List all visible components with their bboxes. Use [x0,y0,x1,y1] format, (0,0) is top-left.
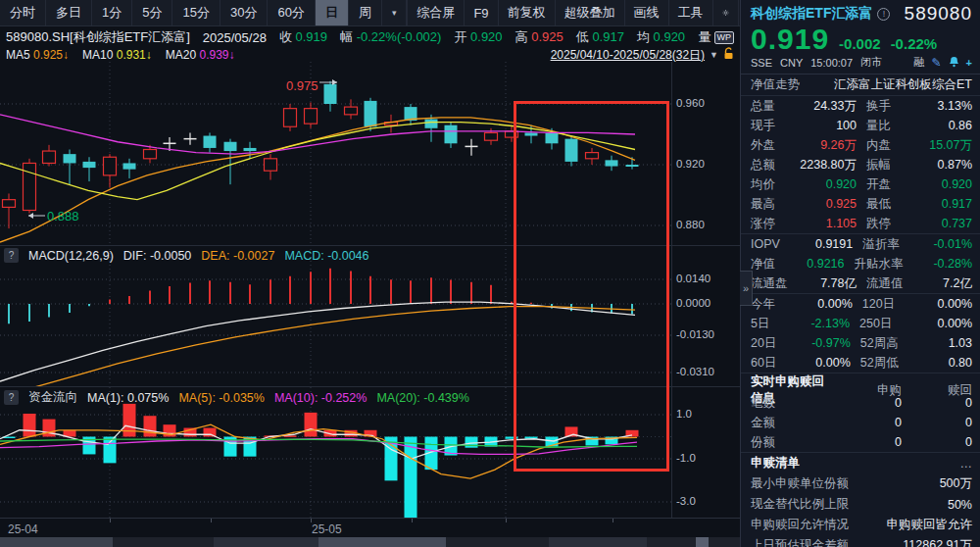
subscription-detail-row: 现金替代比例上限50% [741,494,980,515]
quote-data-row: IOPV0.9191溢折率-0.01% [741,234,980,254]
market-status: 闭市 [860,55,882,70]
session-date: 2025/05/28 [203,30,267,45]
alert-bell-icon[interactable] [949,56,959,70]
tab-period-7[interactable]: 日 [316,0,349,25]
edit-pencil-icon[interactable]: ✎ [932,56,942,70]
y-axis-label: 0.0140 [676,273,710,284]
y-axis-label: 0.960 [676,97,705,109]
y-axis-label: 0.0000 [676,297,710,309]
tool-button-3[interactable]: 超级叠加 [555,0,624,25]
candlestick-chart[interactable]: 0.9750.888 [0,62,740,245]
symbol-label: 589080.SH[科创综指ETF汇添富] [6,28,190,46]
tab-period-5[interactable]: 30分 [220,0,268,25]
alert-circle-icon[interactable]: ! [877,8,890,21]
date-range-selector[interactable]: 2025/04/10-2025/05/28(32日) [551,47,705,64]
tool-button-4[interactable]: 画线 [624,0,668,25]
tab-period-0[interactable]: 分时 [0,0,46,25]
last-price: 0.919 [751,23,829,56]
ma-value: MA20 0.939↓ [166,48,235,62]
realtime-row: 金额00 [741,413,980,432]
quote-field: 均 0.920 [637,28,685,46]
y-axis-label: 1.0 [676,408,692,420]
quote-data-row: 20日-0.97%52周高1.03 [741,333,980,353]
chart-scrollbar[interactable] [0,537,740,547]
quote-header: 科创综指ETF汇添富 ! 589080 0.919 -0.002 -0.22% … [741,0,980,75]
quote-data-row: 总额2238.80万振幅0.87% [741,155,980,174]
indicator-value: MACD: -0.0046 [284,249,368,263]
tool-button-0[interactable]: 综合屏 [407,0,464,25]
macd-chart[interactable] [0,245,740,387]
exchange-label: SSE [751,57,772,69]
indicator-value: MA(20): -0.439% [376,391,468,405]
tab-period-8[interactable]: 周 [349,0,382,25]
indicator-value: DIF: -0.0050 [123,249,191,263]
tab-period-4[interactable]: 15分 [172,0,220,25]
date-range-arrow-icon[interactable]: ▼ [710,50,718,60]
subscription-detail-row: 申购赎回允许情况申购赎回皆允许 [741,515,980,535]
y-axis-label: -0.0130 [676,328,714,340]
nav-trend-row[interactable]: 净值走势 汇添富上证科创板综合ET [741,75,980,95]
x-axis-label: 25-05 [312,522,342,536]
volume-toggle[interactable]: 量 WP [699,28,735,46]
settings-gear-icon[interactable] [712,0,738,25]
y-axis-label: -0.0310 [676,366,714,377]
ma-indicator-bar: MA5 0.925↓MA10 0.931↓MA20 0.939↓ 2025/04… [0,48,740,62]
x-axis-tick [412,519,413,522]
tool-button-2[interactable]: 前复权 [498,0,555,25]
x-axis: 25-0425-05 [0,518,740,537]
x-axis-tick [506,519,507,522]
realtime-subscription-header: 实时申购赎回信息 申购 赎回 [741,373,980,393]
macd-header: ?MACD(12,26,9)DIF: -0.0050DEA: -0.0027MA… [4,248,369,263]
subscription-detail-row: 最小申赎单位份额500万 [741,473,980,494]
tab-period-6[interactable]: 60分 [268,0,315,25]
ma-value: MA10 0.931↓ [82,48,152,62]
y-axis-label: 0.880 [676,219,705,230]
quote-data-row: 流通盘7.78亿流通值7.2亿 [741,274,980,293]
quote-time: 15:00:07 [810,57,853,69]
tool-button-1[interactable]: F9 [464,0,497,25]
wp-badge-icon[interactable]: WP [714,31,735,44]
y-axis-label: -1.0 [676,452,696,464]
tab-period-2[interactable]: 1分 [92,0,132,25]
quote-field: 高 0.925 [515,28,564,46]
margin-flag: 融 [914,55,925,70]
y-axis-border [671,62,672,518]
x-axis-tick [110,519,111,522]
money-flow-chart[interactable] [0,387,740,518]
indicator-value: MA(5): -0.035% [178,391,265,405]
panel-collapse-handle[interactable]: » [740,271,753,306]
flow-header: ?资金流向MA(1): 0.075%MA(5): -0.035%MA(10): … [4,389,469,406]
quote-data-row: 最高0.925最低0.917 [741,194,980,214]
x-axis-tick [612,519,613,522]
indicator-value: MACD(12,26,9) [28,249,114,263]
indicator-value: DEA: -0.0027 [201,249,274,263]
quote-data-row: 60日0.00%52周低0.80 [741,353,980,373]
lock-range-icon[interactable] [723,47,734,63]
price-change: -0.002 [839,35,881,52]
svg-text:0.888: 0.888 [47,209,79,224]
add-icon[interactable]: + [966,57,972,69]
pane-divider [0,245,740,246]
quote-data-row: 今年0.00%120日0.00% [741,294,980,314]
subscription-list-header: 申赎清单 … [741,452,980,473]
indicator-help-icon[interactable]: ? [4,390,19,405]
instrument-code: 589080 [905,3,972,25]
tab-period-3[interactable]: 5分 [132,0,172,25]
y-axis-label: -3.0 [676,495,696,507]
period-toolbar: 分时多日1分5分15分30分60分日周 ▾ 综合屏F9前复权超级叠加画线工具 ?… [0,0,740,26]
quote-field: 开 0.920 [454,28,502,46]
quote-data-row: 5日-2.13%250日0.00% [741,314,980,333]
ma-value: MA5 0.925↓ [6,48,69,62]
more-ellipsis-icon[interactable]: … [960,457,973,471]
quote-panel: 科创综指ETF汇添富 ! 589080 0.919 -0.002 -0.22% … [740,0,980,547]
period-tabs: 分时多日1分5分15分30分60分日周 [0,0,382,25]
tool-button-5[interactable]: 工具 [668,0,712,25]
indicator-help-icon[interactable]: ? [4,248,19,263]
tab-period-1[interactable]: 多日 [46,0,92,25]
quote-field: 收 0.919 [279,28,327,46]
period-dropdown-arrow-icon[interactable]: ▾ [382,0,408,25]
symbol-info-bar: 589080.SH[科创综指ETF汇添富] 2025/05/28 收 0.919… [0,26,740,48]
quote-data-row: 现手100量比0.86 [741,116,980,135]
quote-data-row: 外盘9.26万内盘15.07万 [741,135,980,155]
x-axis-label: 25-04 [8,522,38,536]
